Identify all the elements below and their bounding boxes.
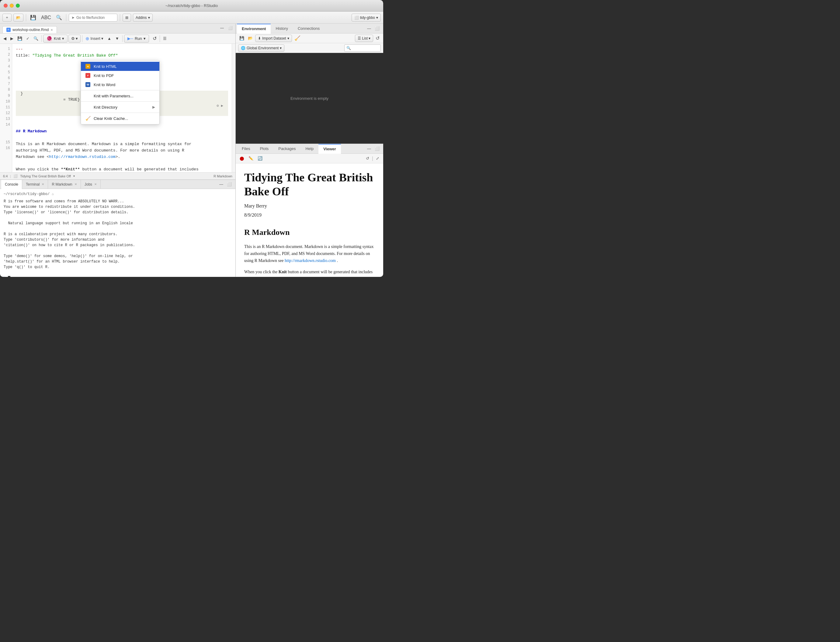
viewer-expand[interactable]: ⤢ — [374, 156, 381, 161]
maximize-console-button[interactable]: ⬜ — [226, 182, 233, 187]
run-label: Run — [135, 36, 142, 41]
down-chunk-button[interactable]: ▼ — [114, 35, 121, 42]
console-line: Type 'q()' to quit R. — [4, 264, 232, 270]
knit-to-word-item[interactable]: W Knit to Word — [81, 80, 159, 89]
editor-tab-close[interactable]: ✕ — [50, 28, 53, 32]
rmarkdown-tab-close[interactable]: ✕ — [74, 183, 77, 186]
go-to-file-input[interactable]: ➤ Go to file/function — [69, 14, 117, 22]
knit-button[interactable]: 🧶 Knit ▾ — [43, 35, 68, 42]
knit-html-label: Knit to HTML — [94, 64, 117, 69]
forward-button[interactable]: ▶ — [9, 35, 15, 42]
spell-check-button[interactable]: ABC — [40, 14, 53, 22]
viewer-refresh-auto[interactable]: ↺ — [364, 156, 371, 161]
code-line: Markdown see <http://rmarkdown.rstudio.c… — [16, 154, 228, 160]
cursor-position: 6:4 — [3, 174, 8, 178]
maximize-right-bottom-button[interactable]: ⬜ — [374, 146, 381, 152]
import-dataset-button[interactable]: ⬇ Import Dataset ▾ — [255, 35, 292, 42]
run-button[interactable]: ▶─ Run ▾ — [124, 35, 149, 42]
clear-knitr-cache-item[interactable]: 🧹 Clear Knitr Cache... — [81, 114, 159, 123]
close-button[interactable] — [4, 4, 8, 8]
main-toolbar: ＋ 📂 💾 ABC 🔍 ➤ Go to file/function ⊞ Addi… — [0, 11, 383, 24]
up-chunk-button[interactable]: ▲ — [106, 35, 113, 42]
import-label: Import Dataset — [262, 36, 286, 41]
options-button[interactable]: ☰ — [162, 35, 168, 42]
settings-button[interactable]: ⚙ ▾ — [68, 35, 81, 42]
console-line — [4, 215, 232, 220]
grid-button[interactable]: ⊞ — [123, 14, 131, 22]
edit-viewer-button[interactable]: ✏️ — [247, 156, 255, 161]
maximize-right-top-button[interactable]: ⬜ — [374, 26, 381, 31]
terminal-tab-close[interactable]: ✕ — [42, 183, 44, 186]
list-arrow: ▾ — [369, 36, 371, 41]
global-env-dropdown[interactable]: 🌐 Global Environment ▾ — [238, 44, 284, 52]
env-search-input[interactable] — [344, 44, 381, 52]
editor-scrollbar[interactable] — [232, 44, 235, 172]
open-file-button[interactable]: 📂 — [13, 14, 23, 22]
packages-tab[interactable]: Packages — [274, 144, 301, 154]
jobs-tab[interactable]: Jobs ✕ — [81, 180, 101, 189]
terminal-tab[interactable]: Terminal ✕ — [22, 180, 48, 189]
editor-tab-rmd[interactable]: R workshop-outline.Rmd ✕ — [2, 26, 57, 33]
knit-arrow: ▾ — [62, 36, 64, 41]
refresh-viewer-button[interactable]: 🔄 — [256, 156, 264, 161]
project-button[interactable]: ⬜ tidy-gbbo ▾ — [351, 14, 381, 22]
knit-to-html-item[interactable]: H Knit to HTML — [81, 62, 159, 71]
save-button[interactable]: 💾 — [29, 14, 38, 22]
knit-params-label: Knit with Parameters... — [94, 94, 134, 98]
viewer-link[interactable]: http://rmarkdown.rstudio.com — [285, 258, 336, 263]
rmarkdown-tab[interactable]: R Markdown ✕ — [48, 180, 81, 189]
search-editor-button[interactable]: 🔍 — [32, 35, 40, 42]
refresh-env-button[interactable]: ↺ — [374, 35, 381, 42]
collapse-editor-button[interactable]: — — [218, 24, 225, 32]
project-label: tidy-gbbo — [360, 16, 375, 20]
settings-arrow: ▾ — [76, 36, 78, 41]
word-icon-shape: W — [86, 82, 90, 87]
console-line: You are welcome to redistribute it under… — [4, 204, 232, 210]
new-file-button[interactable]: ＋ — [2, 14, 11, 22]
open-env-button[interactable]: 📂 — [247, 35, 254, 41]
right-bottom-panel: Files Plots Packages Help Viewer — ⬜ — [236, 144, 383, 277]
knit-directory-item[interactable]: Knit Directory ▶ — [81, 102, 159, 112]
console-tab[interactable]: Console — [1, 180, 22, 189]
save-editor-button[interactable]: 💾 — [16, 35, 24, 42]
window-title: ~/rscratch/tidy-gbbo - RStudio — [165, 3, 218, 8]
files-tab[interactable]: Files — [237, 144, 255, 154]
run-arrow: ▾ — [144, 36, 146, 41]
collapse-console-button[interactable]: — — [218, 182, 225, 187]
connections-tab[interactable]: Connections — [293, 24, 325, 34]
back-button[interactable]: ◀ — [2, 35, 8, 42]
clear-env-button[interactable]: 🧹 — [293, 35, 302, 42]
plots-tab[interactable]: Plots — [255, 144, 274, 154]
stop-viewer-button[interactable]: ⬤ — [238, 156, 246, 161]
reload-button[interactable]: ↺ — [151, 35, 158, 42]
list-button[interactable]: ☰ List ▾ — [355, 35, 373, 42]
fullscreen-button[interactable] — [16, 4, 20, 8]
addins-button[interactable]: Addins ▾ — [133, 14, 153, 22]
spellcheck-editor-button[interactable]: ✓ — [24, 35, 31, 42]
history-tab[interactable]: History — [271, 24, 293, 34]
addins-label: Addins — [136, 16, 147, 20]
open-icon: 📂 — [16, 16, 21, 20]
save-env-button[interactable]: 💾 — [238, 35, 246, 41]
viewer-tab[interactable]: Viewer — [319, 144, 341, 154]
help-tab[interactable]: Help — [301, 144, 319, 154]
packages-tab-label: Packages — [278, 146, 296, 151]
insert-button[interactable]: ⊕ Insert ▾ — [84, 35, 105, 42]
knit-with-params-item[interactable]: Knit with Parameters... — [81, 91, 159, 101]
collapse-right-top-button[interactable]: — — [366, 26, 372, 31]
editor-toolbar-sep4 — [160, 35, 160, 42]
collapse-right-bottom-button[interactable]: — — [366, 146, 372, 152]
find-button[interactable]: 🔍 — [55, 14, 63, 22]
jobs-tab-close[interactable]: ✕ — [94, 183, 97, 186]
console-line: Natural language support but running in … — [4, 220, 232, 226]
minimize-button[interactable] — [10, 4, 14, 8]
broom-menu-icon: 🧹 — [85, 116, 91, 121]
global-env-toolbar: 🌐 Global Environment ▾ — [236, 43, 383, 53]
environment-tab[interactable]: Environment — [237, 24, 271, 34]
console-prompt-line[interactable]: > — [4, 276, 232, 277]
console-content[interactable]: ~/rscratch/tidy-gbbo/ ⌂ R is free softwa… — [0, 189, 235, 277]
knit-to-pdf-item[interactable]: P Knit to PDF — [81, 71, 159, 80]
rmarkdown-tab-label: R Markdown — [52, 182, 72, 186]
maximize-editor-button[interactable]: ⬜ — [227, 24, 234, 32]
console-line — [4, 226, 232, 232]
